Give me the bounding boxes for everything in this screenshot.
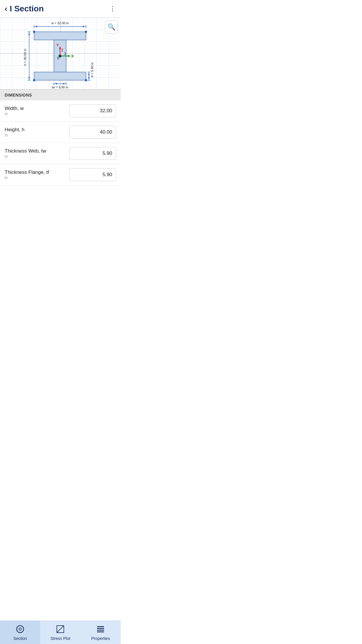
header: ‹ I Section ⋮ [0, 0, 121, 18]
form-input-3[interactable] [69, 168, 116, 181]
svg-text:X: X [71, 54, 74, 58]
svg-point-31 [33, 31, 35, 33]
zoom-button[interactable]: 🔍 [105, 21, 118, 34]
form-label-unit-3: in [5, 175, 49, 180]
svg-rect-4 [34, 32, 86, 40]
form-label-unit-1: in [5, 133, 24, 137]
form-label-main-1: Height, h [5, 127, 24, 133]
svg-text:h = 40.00 in: h = 40.00 in [23, 49, 27, 66]
form-label-0: Width, w in [5, 106, 24, 116]
svg-text:2: 2 [61, 48, 63, 52]
form-rows-container: Width, w in Height, h in Thickness Web, … [0, 100, 121, 186]
svg-text:tw = 5.90 in: tw = 5.90 in [52, 85, 68, 89]
form-input-0[interactable] [69, 104, 116, 117]
back-button[interactable]: ‹ [5, 5, 7, 13]
bottom-spacer [0, 186, 121, 209]
form-label-unit-2: in [5, 154, 46, 159]
svg-text:w = 32.00 in: w = 32.00 in [51, 21, 69, 25]
dimensions-header: DIMENSIONS [0, 90, 121, 100]
header-left: ‹ I Section [5, 4, 44, 13]
zoom-icon: 🔍 [108, 23, 115, 31]
form-row-1: Height, h in [0, 122, 121, 143]
svg-text:tf = 5.90 in: tf = 5.90 in [90, 62, 94, 77]
svg-text:Y: Y [56, 43, 59, 47]
form-label-2: Thickness Web, tw in [5, 148, 46, 159]
form-input-1[interactable] [69, 126, 116, 139]
form-label-main-3: Thickness Flange, tf [5, 169, 49, 175]
svg-point-34 [85, 79, 87, 81]
form-row-3: Thickness Flange, tf in [0, 164, 121, 186]
svg-text:0: 0 [57, 56, 59, 60]
form-row-0: Width, w in [0, 100, 121, 122]
form-label-3: Thickness Flange, tf in [5, 169, 49, 180]
menu-button[interactable]: ⋮ [109, 5, 116, 13]
svg-point-32 [85, 31, 87, 33]
svg-point-33 [33, 79, 35, 81]
form-label-main-2: Thickness Web, tw [5, 148, 46, 154]
form-label-main-0: Width, w [5, 106, 24, 111]
svg-rect-6 [34, 72, 86, 80]
grid-background: w = 32.00 in h = 40.00 in tw = 5.90 in t… [0, 18, 121, 89]
form-label-1: Height, h in [5, 127, 24, 137]
section-canvas: w = 32.00 in h = 40.00 in tw = 5.90 in t… [0, 18, 121, 89]
form-row-2: Thickness Web, tw in [0, 143, 121, 164]
form-input-2[interactable] [69, 147, 116, 160]
svg-text:3: 3 [64, 52, 66, 56]
page-title: I Section [10, 4, 44, 13]
form-label-unit-0: in [5, 111, 24, 116]
